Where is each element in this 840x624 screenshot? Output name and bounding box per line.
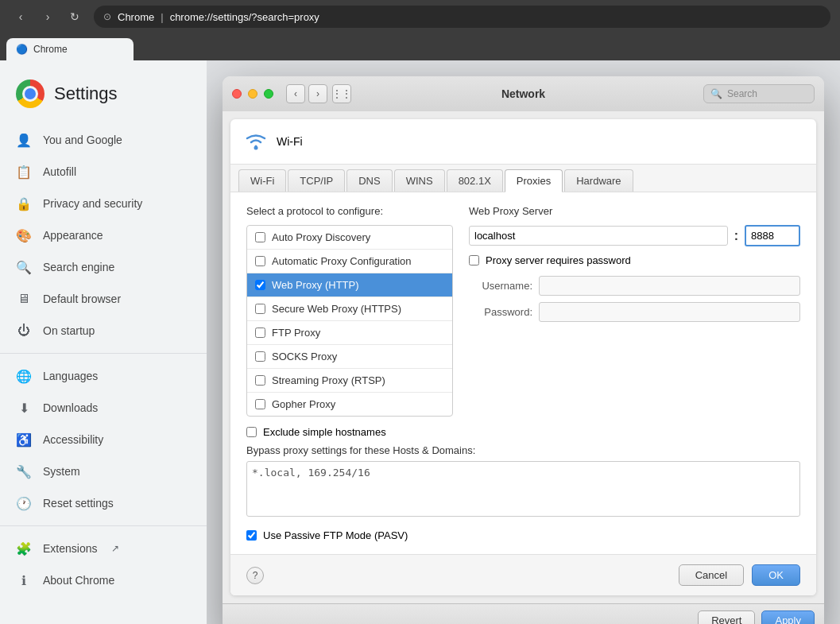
sidebar-item-reset-settings[interactable]: 🕐 Reset settings — [0, 487, 200, 519]
network-search-bar[interactable]: 🔍 Search — [703, 84, 815, 103]
protocol-label-socks-proxy: SOCKS Proxy — [272, 351, 337, 362]
protocol-item-streaming-proxy[interactable]: Streaming Proxy (RTSP) — [247, 369, 452, 393]
protocol-label-web-proxy-http: Web Proxy (HTTP) — [272, 279, 359, 291]
network-titlebar: ‹ › ⋮⋮ Network 🔍 Search — [223, 76, 824, 111]
ok-button[interactable]: OK — [752, 564, 800, 586]
tab-dns[interactable]: DNS — [346, 169, 392, 192]
languages-icon: 🌐 — [16, 368, 32, 384]
passive-ftp-checkbox[interactable] — [246, 530, 257, 541]
search-placeholder: Search — [727, 88, 757, 99]
protocol-checkbox-socks-proxy[interactable] — [255, 351, 265, 362]
dialog-body: Select a protocol to configure: Auto Pro… — [230, 192, 816, 554]
tab-tcpip[interactable]: TCP/IP — [288, 169, 345, 192]
accessibility-icon: ♿ — [16, 432, 32, 448]
protocol-checkbox-streaming-proxy[interactable] — [255, 375, 265, 386]
proxy-password-label: Password: — [469, 306, 532, 318]
revert-button[interactable]: Revert — [698, 610, 755, 624]
sidebar-item-autofill[interactable]: 📋 Autofill — [0, 156, 200, 188]
tab-hardware[interactable]: Hardware — [564, 169, 633, 192]
network-bottombar: Revert Apply — [223, 603, 824, 624]
window-forward-button[interactable]: › — [308, 84, 327, 103]
browser-chrome-bar: ‹ › ↻ ⊙ Chrome | chrome://settings/?sear… — [0, 0, 840, 33]
main-layout: Settings 👤 You and Google 📋 Autofill 🔒 P… — [0, 60, 840, 624]
protocol-checkbox-auto-proxy-config[interactable] — [255, 256, 265, 266]
sidebar-item-you-and-google[interactable]: 👤 You and Google — [0, 124, 200, 156]
tab-wins[interactable]: WINS — [394, 169, 445, 192]
sidebar-item-on-startup[interactable]: ⏻ On startup — [0, 315, 200, 347]
protocol-checkbox-gopher-proxy[interactable] — [255, 399, 265, 409]
protocol-item-secure-web-proxy[interactable]: Secure Web Proxy (HTTPS) — [247, 297, 452, 321]
traffic-light-close[interactable] — [232, 89, 242, 99]
forward-button[interactable]: › — [37, 6, 59, 28]
help-button[interactable]: ? — [246, 567, 264, 584]
about-icon: ℹ — [16, 572, 32, 588]
sidebar-label-on-startup: On startup — [43, 324, 95, 337]
exclude-simple-hostnames-checkbox[interactable] — [246, 427, 257, 437]
tab-favicon: 🔵 — [16, 44, 27, 55]
protocol-checkbox-ftp-proxy[interactable] — [255, 328, 265, 338]
traffic-light-maximize[interactable] — [264, 89, 273, 99]
protocol-checkbox-web-proxy-http[interactable] — [255, 280, 265, 290]
address-url: chrome://settings/?search=proxy — [170, 11, 319, 23]
apply-button[interactable]: Apply — [761, 610, 815, 624]
on-startup-icon: ⏻ — [16, 323, 32, 339]
bypass-textarea[interactable]: *.local, 169.254/16 — [246, 461, 800, 517]
window-back-button[interactable]: ‹ — [286, 84, 305, 103]
protocol-item-auto-proxy[interactable]: Auto Proxy Discovery — [247, 226, 452, 250]
proxy-colon: : — [734, 229, 738, 243]
tab-bar: 🔵 Chrome — [0, 33, 840, 60]
protocol-item-web-proxy-http[interactable]: Web Proxy (HTTP) — [247, 273, 452, 297]
system-icon: 🔧 — [16, 463, 32, 479]
autofill-icon: 📋 — [16, 164, 32, 180]
sidebar-item-extensions[interactable]: 🧩 Extensions ↗ — [0, 533, 200, 564]
proxy-port-input[interactable] — [745, 225, 800, 246]
protocol-item-gopher-proxy[interactable]: Gopher Proxy — [247, 393, 452, 416]
chrome-logo-icon — [16, 79, 45, 108]
protocol-item-auto-proxy-config[interactable]: Automatic Proxy Configuration — [247, 250, 452, 273]
cancel-button[interactable]: Cancel — [679, 564, 744, 586]
protocol-label-auto-proxy: Auto Proxy Discovery — [272, 231, 370, 243]
tab-wifi[interactable]: Wi-Fi — [238, 169, 286, 192]
proxy-requires-password-checkbox[interactable] — [469, 255, 479, 265]
proxy-host-row: : — [469, 225, 800, 246]
sidebar-item-appearance[interactable]: 🎨 Appearance — [0, 219, 200, 251]
sidebar-item-default-browser[interactable]: 🖥 Default browser — [0, 283, 200, 315]
proxy-host-input[interactable] — [469, 226, 728, 246]
back-button[interactable]: ‹ — [10, 6, 32, 28]
protocol-item-socks-proxy[interactable]: SOCKS Proxy — [247, 345, 452, 369]
protocol-checkbox-secure-web-proxy[interactable] — [255, 304, 265, 314]
active-tab[interactable]: 🔵 Chrome — [6, 38, 134, 60]
reset-icon: 🕐 — [16, 495, 32, 511]
protocol-item-ftp-proxy[interactable]: FTP Proxy — [247, 321, 452, 345]
protocol-section-title: Select a protocol to configure: — [246, 205, 453, 217]
window-grid-button[interactable]: ⋮⋮ — [332, 84, 351, 103]
address-bar[interactable]: ⊙ Chrome | chrome://settings/?search=pro… — [94, 6, 830, 28]
tab-proxies[interactable]: Proxies — [505, 169, 563, 192]
sidebar-item-accessibility[interactable]: ♿ Accessibility — [0, 424, 200, 455]
protocol-list: Auto Proxy Discovery Automatic Proxy Con… — [246, 225, 453, 417]
traffic-light-minimize[interactable] — [248, 89, 257, 99]
sidebar-item-search-engine[interactable]: 🔍 Search engine — [0, 251, 200, 283]
sidebar-item-languages[interactable]: 🌐 Languages — [0, 360, 200, 392]
sidebar-label-extensions: Extensions — [43, 542, 97, 555]
dialog-action-buttons: Cancel OK — [679, 564, 800, 586]
appearance-icon: 🎨 — [16, 227, 32, 243]
sidebar-item-system[interactable]: 🔧 System — [0, 455, 200, 487]
sidebar-item-about-chrome[interactable]: ℹ About Chrome — [0, 564, 200, 596]
tab-8021x[interactable]: 802.1X — [447, 169, 503, 192]
protocol-label-auto-proxy-config: Automatic Proxy Configuration — [272, 255, 412, 267]
sidebar-label-privacy: Privacy and security — [43, 197, 142, 210]
proxy-username-input[interactable] — [539, 276, 800, 296]
sidebar: Settings 👤 You and Google 📋 Autofill 🔒 P… — [0, 60, 207, 624]
sidebar-item-privacy-and-security[interactable]: 🔒 Privacy and security — [0, 188, 200, 219]
search-engine-icon: 🔍 — [16, 259, 32, 275]
proxy-username-row: Username: — [469, 276, 800, 296]
exclude-label: Exclude simple hostnames — [263, 426, 386, 438]
sidebar-header: Settings — [0, 67, 207, 124]
protocol-label-gopher-proxy: Gopher Proxy — [272, 398, 335, 410]
protocol-checkbox-auto-proxy[interactable] — [255, 232, 265, 242]
sidebar-divider-1 — [0, 353, 207, 354]
proxy-password-input[interactable] — [539, 302, 800, 322]
reload-button[interactable]: ↻ — [64, 6, 86, 28]
sidebar-item-downloads[interactable]: ⬇ Downloads — [0, 392, 200, 424]
